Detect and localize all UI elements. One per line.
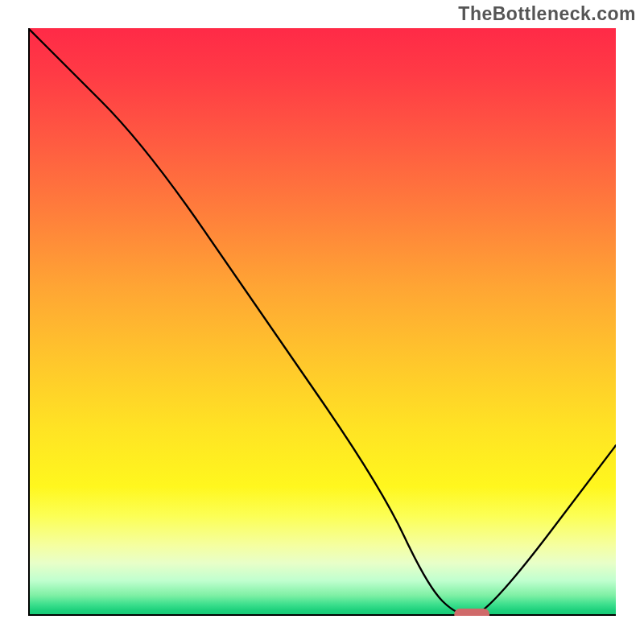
chart-svg — [28, 28, 616, 616]
plot-area — [28, 28, 616, 616]
chart-container: TheBottleneck.com — [0, 0, 644, 644]
axes — [29, 28, 616, 615]
watermark-text: TheBottleneck.com — [458, 3, 636, 25]
bottleneck-curve — [28, 28, 616, 616]
minimum-marker — [454, 609, 489, 616]
